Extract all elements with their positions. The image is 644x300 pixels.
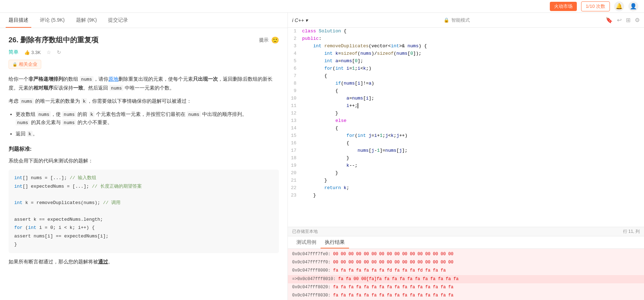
- pass-text: 如果所有断言都通过，那么您的题解将被通过。: [9, 257, 279, 266]
- hex-line-4: 0x0c047fff8020: fa fa fa fa fa fa fa fa …: [288, 283, 644, 291]
- smart-mode-label: 智能模式: [451, 17, 470, 23]
- star-icon[interactable]: ☆: [47, 49, 51, 55]
- judge-line-6: assert nums[i] == expectedNums[i];: [14, 232, 273, 240]
- judge-desc: 系统会用下面的代码来测试你的题解：: [9, 156, 279, 165]
- login-button[interactable]: 1/10 次数: [581, 1, 610, 11]
- bullet-code-nums-3: nums: [187, 111, 201, 117]
- avatar-icon[interactable]: 👤: [628, 1, 638, 11]
- difficulty-row: 简单 👍 3.3K ☆ ↻: [9, 49, 279, 55]
- saved-text: 已存储至本地: [292, 229, 318, 235]
- code-line-13: 13 else: [288, 117, 644, 125]
- bullet-item-2: 返回 k。: [16, 130, 279, 138]
- bullet-code-k-1: k: [89, 111, 95, 117]
- judge-line-5: for (int i = 0; i < k; i++) {: [14, 224, 273, 232]
- hint-label: 提示: [259, 37, 268, 43]
- code-line-6: 6 for(int i=1;i<k;): [288, 65, 644, 73]
- lang-label: i C++: [292, 17, 304, 23]
- pass-bold: 通过: [98, 259, 108, 264]
- tab-solutions[interactable]: 题解 (9K): [73, 13, 100, 28]
- left-panel: 题目描述 评论 (5.9K) 题解 (9K) 提交记录 26. 删除有序数组中的…: [0, 13, 288, 300]
- problem-title: 26. 删除有序数组中的重复项: [9, 35, 98, 45]
- refresh-icon[interactable]: ↻: [57, 49, 61, 55]
- like-count: 👍 3.3K: [24, 50, 41, 55]
- language-selector[interactable]: i C++ ▾: [292, 17, 308, 23]
- grid-icon[interactable]: ⊞: [626, 17, 630, 23]
- tab-comments[interactable]: 评论 (5.9K): [37, 13, 68, 28]
- code-line-5: 5 int a=nums[0];: [288, 58, 644, 65]
- cursor-position: 行 11, 列: [623, 229, 640, 235]
- desc-bold-consistent: 一致: [73, 85, 83, 91]
- top-bar: 火动市场 1/10 次数 🔔 👤: [0, 0, 644, 13]
- code-line-19: 19 k--;: [288, 162, 644, 170]
- judge-title: 判题标准:: [9, 144, 279, 154]
- bullet-code-nums-2: nums: [62, 111, 76, 117]
- editor-toolbar: i C++ ▾ 🔒 智能模式 🔖 ↩ ⊞ ⚙: [288, 13, 644, 28]
- hex-line-1: 0x0c047fff7ff0: 00 00 00 00 00 00 00 00 …: [288, 258, 644, 267]
- thumbup-icon: 👍: [24, 50, 30, 55]
- hex-line-2: 0x0c047fff8000: fa fa fa fa fa fa fa fd …: [288, 267, 644, 275]
- code-line-7: 7 {: [288, 73, 644, 80]
- code-line-17: 17 nums[j-1]=nums[j];: [288, 147, 644, 155]
- hex-line-5: 0x0c047fff8030: fa fa fa fa fa fa fa fa …: [288, 291, 644, 300]
- code-line-15: 15 for(int j=i+1;j<k;j++): [288, 132, 644, 140]
- desc-bold-order: 相对顺序: [33, 85, 53, 91]
- desc-code-k-1: k: [81, 98, 87, 104]
- desc-link-inplace: 原地: [108, 76, 118, 82]
- top-bar-right: 火动市场 1/10 次数 🔔 👤: [550, 1, 638, 11]
- judge-line-4: assert k == expectedNums.length;: [14, 215, 273, 224]
- desc-bold-1: 非严格递增排列: [28, 76, 63, 82]
- desc-code-nums-2: nums: [109, 85, 123, 91]
- tab-description[interactable]: 题目描述: [6, 13, 31, 28]
- code-line-23: 23 }: [288, 192, 644, 199]
- notification-icon[interactable]: 🔔: [614, 1, 624, 11]
- code-line-8: 8 if(nums[i]!=a): [288, 80, 644, 87]
- editor-status-bar: 已存储至本地 行 11, 列: [288, 227, 644, 236]
- bullet-list: 更改数组 nums，使 nums 的前 k 个元素包含唯一元素，并按照它们最初在…: [16, 110, 279, 138]
- judge-line-2: int[] expectedNums = [...]; // 长度正确的期望答案: [14, 182, 273, 191]
- undo-icon[interactable]: ↩: [617, 17, 622, 23]
- bottom-panel: 测试用例 执行结果 0x0c047fff7fe0: 00 00 00 00 00…: [288, 236, 644, 300]
- smiley-icon: 🙂: [271, 36, 279, 44]
- bottom-content: 0x0c047fff7fe0: 00 00 00 00 00 00 00 00 …: [288, 249, 644, 300]
- problem-content: 26. 删除有序数组中的重复项 提示 🙂 简单 👍 3.3K ☆ ↻: [0, 28, 288, 300]
- problem-title-row: 26. 删除有序数组中的重复项 提示 🙂: [9, 35, 279, 45]
- hint-area: 提示 🙂: [259, 36, 279, 44]
- desc-code-nums-1: nums: [80, 76, 93, 82]
- code-line-10: 10 a=nums[i];: [288, 95, 644, 102]
- code-line-4: 4 int k=sizeof(nums)/sizeof(nums[0]);: [288, 50, 644, 58]
- bullet-code-nums-4: nums: [16, 119, 29, 125]
- bottom-tabs: 测试用例 执行结果: [288, 236, 644, 249]
- code-line-1: 1 class Solution {: [288, 28, 644, 35]
- desc-code-nums-3: nums: [20, 98, 34, 104]
- problem-description: 给你一个非严格递增排列的数组 nums，请你原地删除重复出现的元素，使每个元素只…: [9, 75, 279, 266]
- tab-test-cases[interactable]: 测试用例: [292, 236, 321, 248]
- bullet-code-k-2: k: [27, 131, 33, 137]
- code-line-21: 21 }: [288, 177, 644, 184]
- hex-line-3: =>0x0c047fff8010: fa fa 00 00[fa]fa fa f…: [288, 275, 644, 283]
- desc-paragraph-2: 考虑 nums 的唯一元素的数量为 k，你需要做以下事情确保你的题解可以被通过：: [9, 97, 279, 106]
- fire-market-button[interactable]: 火动市场: [550, 2, 577, 11]
- right-panel: i C++ ▾ 🔒 智能模式 🔖 ↩ ⊞ ⚙ 1 class Solution …: [288, 13, 644, 300]
- judge-line-blank-1: [14, 191, 273, 199]
- desc-paragraph-1: 给你一个非严格递增排列的数组 nums，请你原地删除重复出现的元素，使每个元素只…: [9, 75, 279, 92]
- settings-icon[interactable]: ⚙: [635, 17, 640, 23]
- code-editor[interactable]: 1 class Solution { 2 public: 3 int remov…: [288, 28, 644, 227]
- code-line-2: 2 public:: [288, 35, 644, 43]
- tab-exec-result[interactable]: 执行结果: [321, 236, 349, 248]
- code-line-3: 3 int removeDuplicates(vector<int>& nums…: [288, 43, 644, 50]
- judge-code-block: int[] nums = [...]; // 输入数组 int[] expect…: [9, 170, 279, 253]
- bookmark-icon[interactable]: 🔖: [606, 17, 613, 23]
- code-line-22: 22 return k;: [288, 184, 644, 192]
- smart-mode: 🔒 智能模式: [444, 17, 470, 23]
- bullet-code-nums-5: nums: [62, 119, 76, 125]
- lock-icon-small: 🔒: [12, 62, 17, 67]
- code-line-20: 20 }: [288, 170, 644, 177]
- hex-line-0: 0x0c047fff7fe0: 00 00 00 00 00 00 00 00 …: [288, 250, 644, 258]
- judge-line-1: int[] nums = [...]; // 输入数组: [14, 174, 273, 182]
- tab-submissions[interactable]: 提交记录: [105, 13, 131, 28]
- company-tag[interactable]: 🔒 相关企业: [9, 60, 41, 69]
- code-line-12: 12 }: [288, 110, 644, 117]
- desc-bold-once: 只出现一次: [193, 76, 218, 82]
- judge-line-blank-2: [14, 207, 273, 215]
- lock-icon: 🔒: [444, 17, 449, 23]
